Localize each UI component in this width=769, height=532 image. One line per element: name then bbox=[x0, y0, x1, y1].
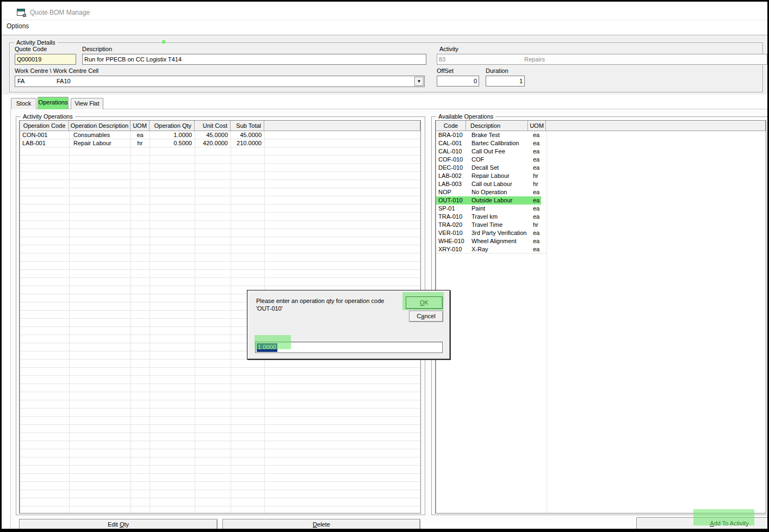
table-cell-description: Wheel Alignment bbox=[466, 237, 529, 245]
offset-field[interactable]: 0 bbox=[437, 76, 479, 86]
cancel-button[interactable]: Cancel bbox=[409, 311, 443, 322]
table-row[interactable]: LAB-001Repair Labourhr0.5000420.0000210.… bbox=[20, 139, 420, 147]
table-cell-uom: hr bbox=[529, 221, 547, 229]
available-operations-rows: BRA-010Brake TesteaCAL-001Bartec Calibra… bbox=[436, 131, 766, 513]
table-cell-code: NOP bbox=[436, 188, 466, 196]
tab-stock[interactable]: Stock bbox=[11, 98, 36, 109]
table-row[interactable]: CAL-001Bartec Calibrationea bbox=[436, 139, 766, 147]
ok-button[interactable]: OK bbox=[406, 296, 443, 309]
window-title: Quote BOM Manage bbox=[30, 9, 90, 16]
table-row[interactable]: VER-0103rd Party Verificationea bbox=[436, 229, 766, 237]
duration-field[interactable]: 1 bbox=[486, 76, 525, 86]
table-cell-code: LAB-003 bbox=[436, 180, 466, 188]
table-row[interactable]: BRA-010Brake Testea bbox=[436, 131, 766, 139]
column-header[interactable]: Code bbox=[436, 121, 466, 131]
table-cell-description: Travel Time bbox=[466, 221, 529, 229]
combo-dropdown-arrow-icon[interactable]: ▼ bbox=[414, 77, 424, 86]
table-row[interactable]: TRA-010Travel kmea bbox=[436, 213, 766, 221]
divider bbox=[2, 20, 767, 20]
table-cell-qty: 1.0000 bbox=[150, 131, 195, 139]
work-centre-label: Work Centre \ Work Centre Cell bbox=[15, 67, 98, 74]
table-cell-description: Travel km bbox=[466, 213, 529, 221]
table-cell-code: VER-010 bbox=[436, 229, 466, 237]
table-cell-code: COF-010 bbox=[436, 156, 466, 164]
work-centre-code: FA bbox=[17, 78, 24, 84]
column-header[interactable]: Operation Qty bbox=[150, 121, 195, 131]
table-cell-description: No Operation bbox=[466, 188, 529, 196]
available-operations-grid: Code Description UOM BRA-010Brake Testea… bbox=[435, 120, 766, 514]
table-cell-uom: ea bbox=[529, 205, 547, 213]
tab-operations[interactable]: Operations bbox=[38, 97, 69, 109]
column-header[interactable]: Operation Code bbox=[20, 121, 69, 131]
table-cell-uom: ea bbox=[529, 237, 547, 245]
table-cell-code: CON-001 bbox=[20, 131, 69, 139]
table-row[interactable]: CON-001Consumablesea1.000045.000045.0000 bbox=[20, 131, 420, 139]
tab-view-flat[interactable]: View Flat bbox=[71, 98, 103, 109]
table-row[interactable]: CAL-010Call Out Feeea bbox=[436, 147, 766, 156]
description-label: Description bbox=[82, 46, 112, 52]
table-row[interactable]: LAB-002Repair Labourhr bbox=[436, 172, 766, 180]
table-cell-code: TRA-010 bbox=[436, 213, 466, 221]
table-row[interactable]: NOPNo Operationea bbox=[436, 188, 766, 196]
table-cell-unit_cost: 45.0000 bbox=[195, 131, 231, 139]
table-cell-description: Outside Labour bbox=[466, 196, 529, 205]
annotation-dot bbox=[162, 40, 165, 44]
table-row[interactable]: SP-01Paintea bbox=[436, 205, 766, 213]
column-header[interactable]: Sub Total bbox=[231, 121, 264, 131]
quote-code-field[interactable]: Q000019 bbox=[15, 54, 76, 65]
table-row[interactable]: DEC-010Decall Setea bbox=[436, 164, 766, 172]
table-cell-uom: ea bbox=[529, 147, 547, 156]
column-header[interactable]: Operation Description bbox=[69, 121, 131, 131]
table-cell-code: BRA-010 bbox=[436, 131, 466, 139]
table-cell-code: CAL-010 bbox=[436, 147, 466, 156]
table-cell-uom: ea bbox=[529, 139, 547, 147]
menu-options[interactable]: Options bbox=[7, 22, 29, 30]
column-header[interactable]: Description bbox=[466, 121, 528, 131]
table-cell-uom: ea bbox=[529, 213, 547, 221]
table-cell-uom: ea bbox=[529, 188, 547, 196]
table-row[interactable]: WHE-010Wheel Alignmentea bbox=[436, 237, 766, 245]
column-header[interactable]: UOM bbox=[528, 121, 546, 131]
table-cell-description: Decall Set bbox=[466, 164, 529, 172]
table-cell-uom: ea bbox=[529, 196, 547, 205]
table-cell-code: CAL-001 bbox=[436, 139, 466, 147]
table-cell-code: SP-01 bbox=[436, 205, 466, 213]
column-header[interactable]: UOM bbox=[131, 121, 150, 131]
table-row[interactable]: OUT-010Outside Labourea bbox=[436, 196, 766, 205]
table-cell-description: Repair Labour bbox=[69, 139, 131, 147]
activity-details-group-label: Activity Details bbox=[14, 39, 58, 46]
column-header[interactable]: Unit Cost bbox=[195, 121, 231, 131]
table-cell-uom: ea bbox=[529, 229, 547, 237]
table-cell-code: XRY-010 bbox=[436, 245, 466, 253]
dialog-message-line2: 'OUT-010' bbox=[256, 305, 283, 312]
form-icon bbox=[17, 9, 25, 16]
activity-name: Repairs bbox=[524, 55, 545, 64]
table-cell-qty: 0.5000 bbox=[150, 139, 195, 147]
add-to-activity-button[interactable]: Add To Activity bbox=[636, 517, 769, 530]
table-cell-uom: ea bbox=[529, 156, 547, 164]
dialog-message-line1: Please enter an operation qty for operat… bbox=[256, 298, 384, 304]
table-cell-code: OUT-010 bbox=[436, 196, 466, 205]
quote-code-label: Quote Code bbox=[15, 46, 47, 52]
offset-label: OffSet bbox=[437, 67, 454, 74]
table-cell-code: LAB-001 bbox=[20, 139, 69, 147]
delete-button[interactable]: Delete bbox=[222, 519, 420, 530]
table-cell-sub_total: 45.0000 bbox=[231, 131, 264, 139]
table-cell-unit_cost: 420.0000 bbox=[195, 139, 231, 147]
table-row[interactable]: TRA-020Travel Timehr bbox=[436, 221, 766, 229]
duration-label: Duration bbox=[486, 67, 508, 74]
activity-label: Activity bbox=[439, 46, 458, 52]
table-row[interactable]: LAB-003Call out Labourhr bbox=[436, 180, 766, 188]
edit-qty-button[interactable]: Edit Qty bbox=[19, 519, 218, 530]
description-field[interactable]: Run for PPECB on CC Logistix T414 bbox=[82, 54, 426, 65]
work-centre-combobox[interactable]: FA FA10 ▼ bbox=[15, 76, 425, 87]
qty-input[interactable]: 1.0000 bbox=[255, 342, 443, 353]
table-cell-description: Consumables bbox=[69, 131, 131, 139]
work-centre-cell: FA10 bbox=[57, 78, 71, 84]
table-cell-description: Brake Test bbox=[466, 131, 529, 139]
table-cell-uom: hr bbox=[529, 172, 547, 180]
available-operations-group-label: Available Operations bbox=[436, 113, 495, 120]
table-row[interactable]: COF-010COFea bbox=[436, 156, 766, 164]
table-row[interactable]: XRY-010X-Rayea bbox=[436, 245, 766, 253]
table-cell-description: COF bbox=[466, 156, 529, 164]
